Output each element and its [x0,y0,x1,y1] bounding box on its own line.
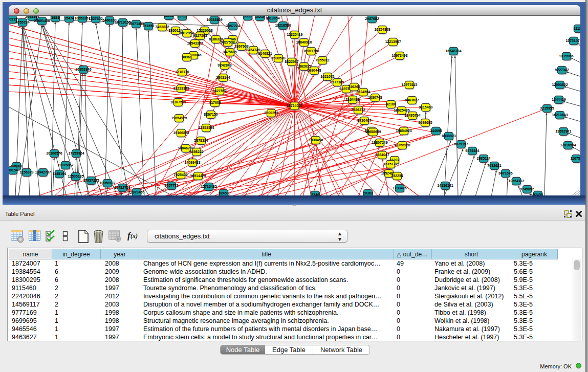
svg-text:3475685: 3475685 [223,50,236,54]
svg-text:18807249: 18807249 [372,141,387,144]
svg-text:9457771: 9457771 [164,184,178,187]
svg-text:9553: 9553 [244,16,252,18]
svg-text:9146821: 9146821 [258,52,272,55]
svg-text:10688609: 10688609 [365,130,381,134]
svg-text:7955812: 7955812 [315,58,329,62]
svg-text:10958107: 10958107 [99,181,115,185]
svg-text:16154808: 16154808 [374,28,390,31]
svg-text:9684047: 9684047 [375,153,389,157]
svg-text:12213389: 12213389 [173,86,189,90]
svg-text:1156829: 1156829 [20,170,34,174]
svg-text:7386372: 7386372 [351,108,365,112]
svg-text:2718176: 2718176 [175,70,189,74]
svg-text:12942737: 12942737 [35,170,51,174]
svg-text:16648784: 16648784 [445,49,461,53]
svg-text:11132: 11132 [574,27,580,30]
svg-text:9327503: 9327503 [193,34,207,37]
svg-text:10654112: 10654112 [509,179,525,183]
svg-text:2935114: 2935114 [477,157,491,160]
svg-text:10210: 10210 [255,16,265,18]
svg-text:11923466: 11923466 [129,190,145,194]
svg-text:7463822: 7463822 [155,25,169,29]
svg-text:12353594: 12353594 [198,126,214,129]
svg-text:17016504: 17016504 [560,143,576,147]
svg-text:9245652: 9245652 [520,187,534,191]
svg-text:1720407: 1720407 [357,119,371,122]
svg-text:20953346: 20953346 [75,68,91,71]
svg-text:7625402: 7625402 [173,173,187,177]
svg-text:55723: 55723 [177,16,187,18]
svg-text:12505135: 12505135 [68,174,83,178]
svg-text:3624554: 3624554 [356,90,370,94]
svg-text:20206576: 20206576 [46,151,62,155]
svg-text:1527602: 1527602 [89,17,102,20]
svg-text:10025436: 10025436 [394,108,409,112]
svg-text:19654925: 19654925 [171,116,187,120]
svg-text:20363: 20363 [363,191,373,195]
svg-text:14136141: 14136141 [437,184,453,187]
svg-text:9474444: 9474444 [465,149,479,152]
svg-text:6990448: 6990448 [307,69,321,72]
svg-text:4055724: 4055724 [15,20,29,24]
svg-text:15716485: 15716485 [201,185,216,188]
svg-text:16033809: 16033809 [206,18,222,21]
svg-text:8938923: 8938923 [442,134,455,138]
svg-text:1145194: 1145194 [53,172,67,176]
svg-text:15751074: 15751074 [565,39,580,42]
svg-text:10653267: 10653267 [74,16,90,20]
svg-text:9129966: 9129966 [559,54,573,58]
svg-text:11325419: 11325419 [287,33,303,36]
svg-text:2867608: 2867608 [234,45,248,48]
svg-text:9227342: 9227342 [555,68,569,72]
svg-text:1733426: 1733426 [393,186,406,190]
svg-text:144095: 144095 [430,129,442,133]
svg-text:15474: 15474 [64,16,74,20]
svg-text:2164436: 2164436 [345,98,359,101]
svg-text:16640910: 16640910 [296,40,312,44]
svg-text:17359924: 17359924 [68,151,84,155]
svg-text:12093822: 12093822 [552,83,568,86]
svg-text:16914479: 16914479 [190,174,206,178]
svg-text:1362615: 1362615 [297,64,311,68]
svg-text:1938454: 1938454 [309,138,322,142]
svg-text:8471676: 8471676 [498,171,512,175]
svg-text:12213967: 12213967 [385,40,401,43]
svg-text:18495794: 18495794 [404,114,420,117]
svg-text:(x): (x) [130,232,138,239]
svg-text:16210643: 16210643 [552,113,568,117]
svg-text:8427552: 8427552 [212,89,226,93]
svg-text:8267150: 8267150 [204,113,217,116]
svg-text:10756928: 10756928 [394,143,410,147]
svg-text:19166825: 19166825 [173,131,189,135]
svg-text:16961758: 16961758 [303,49,319,53]
svg-text:116753: 116753 [571,157,580,160]
svg-text:1984: 1984 [51,16,59,19]
svg-text:1615172: 1615172 [383,162,397,166]
svg-text:746266: 746266 [348,85,360,89]
svg-text:7632621: 7632621 [487,164,501,167]
svg-text:12975115: 12975115 [402,83,418,86]
svg-text:3498222: 3498222 [189,150,203,154]
svg-text:3215955: 3215955 [540,106,554,110]
svg-text:1588520: 1588520 [271,56,285,60]
svg-text:98961: 98961 [182,55,192,59]
svg-text:9327508: 9327508 [221,40,234,44]
svg-text:92450: 92450 [219,191,229,195]
svg-text:6879197: 6879197 [454,142,468,146]
svg-text:19218586: 19218586 [275,24,291,27]
svg-text:19654923: 19654923 [396,129,411,133]
svg-text:16543362: 16543362 [187,41,203,45]
svg-text:2300293: 2300293 [264,111,278,115]
svg-text:14099483: 14099483 [184,161,200,164]
svg-text:9242848: 9242848 [217,63,231,67]
svg-text:1244419: 1244419 [552,98,565,101]
svg-text:252254: 252254 [391,174,403,178]
svg-text:751552: 751552 [142,24,154,28]
svg-text:1621072: 1621072 [320,75,334,78]
svg-text:8322037: 8322037 [285,60,298,63]
svg-text:417006: 417006 [209,101,221,104]
svg-text:8346: 8346 [311,193,319,195]
svg-text:8912954: 8912954 [180,31,193,35]
svg-text:1080748: 1080748 [368,96,382,99]
svg-text:39154: 39154 [9,168,18,172]
